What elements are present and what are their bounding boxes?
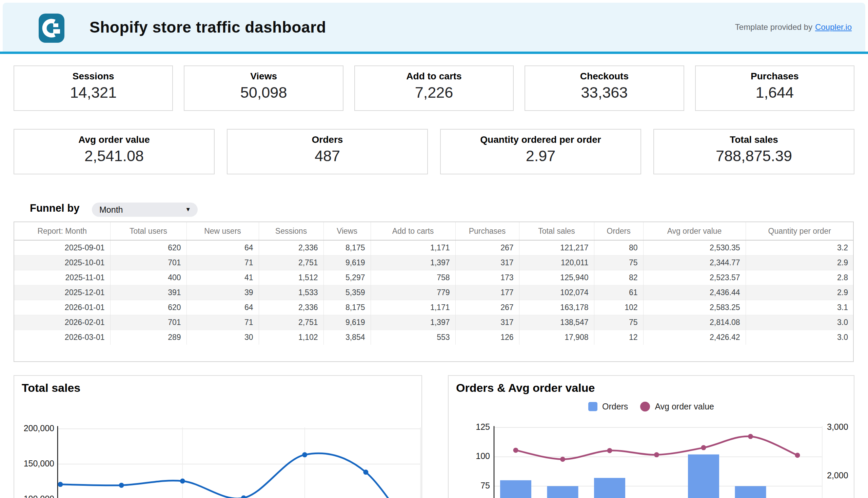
table-cell: 2026-01-01 — [14, 300, 110, 315]
kpi-card: Checkouts33,363 — [524, 65, 684, 111]
table-cell: 2,751 — [259, 255, 323, 270]
chart-legend: OrdersAvg order value — [449, 402, 854, 411]
table-cell: 8,175 — [323, 240, 371, 255]
dashboard-page: Shopify store traffic dashboard Template… — [0, 0, 868, 498]
kpi-label: Sessions — [14, 71, 172, 82]
table-cell: 102 — [594, 300, 643, 315]
table-cell: 1,171 — [371, 300, 455, 315]
svg-text:125: 125 — [476, 422, 490, 432]
kpi-card: Views50,098 — [184, 65, 343, 111]
kpi-value: 14,321 — [14, 84, 172, 102]
template-credit: Template provided by Coupler.io — [735, 3, 852, 52]
kpi-label: Add to carts — [355, 71, 513, 82]
legend-item-orders: Orders — [588, 402, 628, 411]
column-header: Avg order value — [643, 222, 746, 240]
table-cell: 758 — [371, 270, 455, 285]
table-cell: 400 — [110, 270, 186, 285]
total-sales-chart-card: 200,000150,000100,000 Total sales — [14, 375, 422, 498]
table-cell: 80 — [594, 240, 643, 255]
table-cell: 9,619 — [323, 315, 371, 330]
coupler-link[interactable]: Coupler.io — [815, 22, 852, 32]
kpi-card: Sessions14,321 — [14, 65, 173, 111]
kpi-value: 1,644 — [696, 84, 854, 102]
kpi-card: Add to carts7,226 — [354, 65, 514, 111]
table-cell: 71 — [186, 315, 259, 330]
table-cell: 12 — [594, 330, 643, 345]
table-cell: 1,512 — [259, 270, 323, 285]
table-row: 2025-11-01400411,5125,297758173125,94082… — [14, 270, 853, 285]
kpi-row-2: Avg order value2,541.08Orders487Quantity… — [14, 129, 854, 174]
column-header: New users — [186, 222, 259, 240]
table-cell: 289 — [110, 330, 186, 345]
table-cell: 17,908 — [519, 330, 594, 345]
table-cell: 2026-02-01 — [14, 315, 110, 330]
table-cell: 2,751 — [259, 315, 323, 330]
table-cell: 1,397 — [371, 255, 455, 270]
table-cell: 5,359 — [323, 285, 371, 300]
accent-bar — [0, 52, 868, 54]
legend-circle-icon — [640, 402, 650, 411]
table-cell: 1,533 — [259, 285, 323, 300]
table-cell: 2,583.25 — [643, 300, 746, 315]
table-cell: 779 — [371, 285, 455, 300]
kpi-value: 487 — [227, 147, 427, 165]
table-cell: 82 — [594, 270, 643, 285]
table-cell: 2,426.42 — [643, 330, 746, 345]
table-cell: 267 — [455, 240, 519, 255]
kpi-label: Checkouts — [525, 71, 683, 82]
kpi-value: 50,098 — [185, 84, 343, 102]
table-cell: 71 — [186, 255, 259, 270]
table-cell: 39 — [186, 285, 259, 300]
coupler-logo-icon — [39, 14, 64, 43]
legend-label: Orders — [602, 402, 628, 411]
table-cell: 701 — [110, 255, 186, 270]
table-cell: 1,171 — [371, 240, 455, 255]
kpi-card: Quantity ordered per order2.97 — [440, 129, 641, 174]
table-cell: 41 — [186, 270, 259, 285]
column-header: Orders — [594, 222, 643, 240]
orders-avg-chart-title: Orders & Avg order value — [456, 381, 595, 394]
table-cell: 138,547 — [519, 315, 594, 330]
table-cell: 2.9 — [746, 285, 853, 300]
table-cell: 2026-03-01 — [14, 330, 110, 345]
kpi-row-1: Sessions14,321Views50,098Add to carts7,2… — [14, 65, 854, 111]
table-cell: 2,344.77 — [643, 255, 746, 270]
kpi-card: Orders487 — [227, 129, 428, 174]
kpi-value: 7,226 — [355, 84, 513, 102]
table-cell: 267 — [455, 300, 519, 315]
orders-avg-chart-card: 125100753,0002,000 Orders & Avg order va… — [448, 375, 854, 498]
table-cell: 8,175 — [323, 300, 371, 315]
table-cell: 163,178 — [519, 300, 594, 315]
svg-text:2,000: 2,000 — [827, 471, 848, 480]
template-credit-text: Template provided by — [735, 22, 812, 32]
kpi-card: Avg order value2,541.08 — [14, 129, 215, 174]
column-header: Total sales — [519, 222, 594, 240]
table-cell: 102,074 — [519, 285, 594, 300]
funnel-dimension-dropdown[interactable]: Month ▼ — [92, 202, 198, 217]
table-cell: 2025-12-01 — [14, 285, 110, 300]
table-cell: 75 — [594, 315, 643, 330]
table-cell: 2025-10-01 — [14, 255, 110, 270]
legend-label: Avg order value — [655, 402, 714, 411]
header: Shopify store traffic dashboard Template… — [3, 3, 865, 52]
table-cell: 2.8 — [746, 270, 853, 285]
table-cell: 391 — [110, 285, 186, 300]
dropdown-selected-value: Month — [99, 205, 185, 215]
table-row: 2025-12-01391391,5335,359779177102,07461… — [14, 285, 853, 300]
table-row: 2025-09-01620642,3368,1751,171267121,217… — [14, 240, 853, 255]
table-cell: 317 — [455, 315, 519, 330]
table-cell: 620 — [110, 300, 186, 315]
table-cell: 64 — [186, 240, 259, 255]
table-cell: 2,336 — [259, 300, 323, 315]
total-sales-chart-title: Total sales — [22, 381, 80, 394]
table-cell: 2.9 — [746, 255, 853, 270]
kpi-value: 2,541.08 — [14, 147, 214, 165]
table-cell: 3.1 — [746, 300, 853, 315]
svg-text:3,000: 3,000 — [827, 422, 848, 432]
table-cell: 9,619 — [323, 255, 371, 270]
table-cell: 620 — [110, 240, 186, 255]
table-cell: 3,854 — [323, 330, 371, 345]
column-header: Views — [323, 222, 371, 240]
column-header: Sessions — [259, 222, 323, 240]
table-cell: 126 — [455, 330, 519, 345]
